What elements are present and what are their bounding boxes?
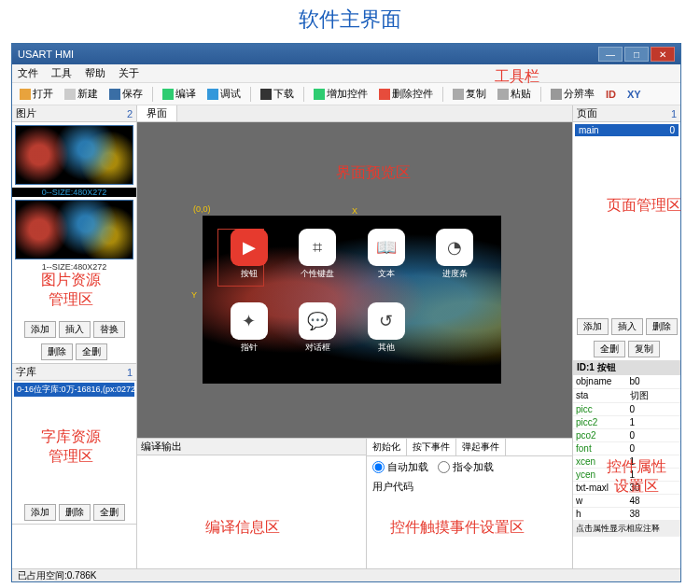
prop-value[interactable]: 1: [627, 455, 681, 468]
open-button[interactable]: 打开: [16, 86, 57, 102]
event-tab-init[interactable]: 初始化: [367, 439, 407, 455]
app-icon-glyph: ⌗: [299, 229, 336, 266]
font-item-0[interactable]: 0-16位字库:0万-16816,(px:0272),size: [14, 383, 134, 397]
img-replace-button[interactable]: 替换: [93, 321, 125, 338]
app-window: USART HMI — □ ✕ 文件 工具 帮助 关于 打开 新建 保存 编译 …: [11, 43, 681, 582]
app-icon-label: 按钮: [241, 268, 258, 280]
page-item-main[interactable]: main0: [575, 124, 679, 136]
prop-value[interactable]: 0: [627, 402, 681, 415]
page-add-button[interactable]: 添加: [577, 318, 609, 335]
prop-value[interactable]: 30: [627, 481, 681, 494]
prop-value[interactable]: 0: [627, 441, 681, 455]
menu-help[interactable]: 帮助: [85, 66, 105, 80]
statusbar: 已占用空间:0.786K: [12, 568, 680, 581]
menu-tools[interactable]: 工具: [51, 66, 72, 80]
prop-value[interactable]: 1: [627, 415, 681, 428]
delctrl-button[interactable]: 删除控件: [375, 86, 437, 102]
app-icon-5[interactable]: 💬对话框: [287, 302, 350, 371]
app-icon-0[interactable]: ▶按钮: [217, 229, 281, 297]
prop-value[interactable]: 1: [627, 468, 681, 481]
download-button[interactable]: 下载: [257, 86, 298, 102]
app-icon-label: 对话框: [305, 342, 330, 354]
prop-key: h: [573, 507, 627, 520]
save-button[interactable]: 保存: [105, 86, 147, 102]
compile-button[interactable]: 编译: [159, 86, 200, 102]
close-button[interactable]: ✕: [651, 47, 675, 62]
origin-label: (0,0): [193, 204, 211, 214]
canvas-tab[interactable]: 界面: [137, 105, 177, 121]
prop-row[interactable]: font0: [573, 441, 680, 455]
page-copy-button[interactable]: 复制: [628, 341, 660, 357]
events-panel: 初始化 按下事件 弹起事件 自动加载 指令加载 用户代码: [367, 439, 572, 568]
page-delall-button[interactable]: 全删: [594, 341, 625, 357]
app-icon-1[interactable]: ⌗个性键盘: [287, 229, 350, 297]
font-add-button[interactable]: 添加: [24, 504, 56, 521]
prop-value[interactable]: 0: [627, 428, 681, 441]
img-insert-button[interactable]: 插入: [59, 321, 91, 338]
prop-row[interactable]: h38: [573, 507, 680, 520]
prop-row[interactable]: picc21: [573, 415, 680, 428]
app-icon-glyph: 💬: [299, 302, 336, 340]
radio-cmdload-input[interactable]: [438, 461, 450, 473]
prop-key: sta: [573, 388, 627, 402]
app-icon-4[interactable]: ✦指针: [217, 302, 281, 371]
menubar: 文件 工具 帮助 关于: [12, 64, 680, 83]
prop-row[interactable]: w48: [573, 494, 680, 507]
thumbnail-0-label: 0--SIZE:480X272: [12, 188, 136, 197]
prop-row[interactable]: ycen1: [573, 468, 680, 481]
page-insert-button[interactable]: 插入: [611, 318, 643, 335]
xy-button[interactable]: XY: [623, 88, 645, 101]
prop-value[interactable]: 切图: [627, 388, 681, 402]
radio-autoload[interactable]: 自动加载: [372, 460, 428, 474]
id-button[interactable]: ID: [602, 88, 620, 101]
new-button[interactable]: 新建: [61, 86, 102, 102]
paste-icon: [497, 89, 509, 100]
prop-key: xcen: [573, 455, 627, 468]
res-button[interactable]: 分辨率: [547, 86, 598, 102]
prop-row[interactable]: sta切图: [573, 388, 680, 402]
font-delall-button[interactable]: 全删: [93, 504, 125, 521]
prop-row[interactable]: pco20: [573, 428, 680, 441]
debug-button[interactable]: 调试: [203, 86, 245, 102]
thumbnail-1[interactable]: [15, 200, 133, 259]
minimize-button[interactable]: —: [598, 47, 623, 62]
canvas-area[interactable]: (0,0) X Y ▶按钮⌗个性键盘📖文本◔进度条✦指针💬对话框↺其他: [137, 122, 572, 438]
addctrl-button[interactable]: 增加控件: [310, 86, 371, 102]
font-delete-button[interactable]: 删除: [59, 504, 91, 521]
prop-value[interactable]: 38: [627, 507, 681, 520]
app-icon-label: 个性键盘: [301, 268, 334, 280]
prop-value[interactable]: 48: [627, 494, 681, 507]
app-icon-6[interactable]: ↺其他: [355, 302, 418, 371]
page-panel-title: 页面: [577, 106, 597, 120]
prop-row[interactable]: picc0: [573, 402, 680, 415]
prop-key: ycen: [573, 468, 627, 481]
copy-button[interactable]: 复制: [449, 86, 490, 102]
radio-cmdload[interactable]: 指令加载: [438, 460, 494, 474]
prop-row[interactable]: txt-maxl30: [573, 481, 680, 494]
property-foot: 点击属性显示相应注释: [573, 521, 680, 537]
app-icon-glyph: ▶: [231, 229, 268, 266]
prop-row[interactable]: objnameb0: [573, 375, 680, 388]
page-delete-button[interactable]: 删除: [646, 318, 678, 335]
x-ruler: X: [352, 206, 357, 216]
prop-row[interactable]: xcen1: [573, 455, 680, 468]
app-icon-label: 进度条: [442, 268, 468, 280]
open-icon: [20, 89, 31, 100]
maximize-button[interactable]: □: [624, 47, 649, 62]
grid-icon: [551, 89, 562, 100]
menu-file[interactable]: 文件: [18, 66, 38, 80]
img-delete-button[interactable]: 删除: [41, 343, 73, 360]
prop-value[interactable]: b0: [627, 375, 681, 388]
img-add-button[interactable]: 添加: [24, 321, 56, 338]
menu-about[interactable]: 关于: [119, 66, 139, 80]
radio-autoload-input[interactable]: [372, 461, 385, 473]
app-icon-2[interactable]: 📖文本: [355, 229, 418, 297]
event-tab-release[interactable]: 弹起事件: [456, 439, 506, 455]
property-panel: ID:1 按钮 objnameb0sta切图picc0picc21pco20fo…: [573, 360, 680, 568]
paste-button[interactable]: 粘贴: [494, 86, 535, 102]
event-tab-press[interactable]: 按下事件: [407, 439, 456, 455]
img-delall-button[interactable]: 全删: [76, 343, 107, 360]
app-icon-3[interactable]: ◔进度条: [424, 229, 487, 297]
download-icon: [260, 89, 272, 100]
thumbnail-0[interactable]: [15, 125, 133, 185]
